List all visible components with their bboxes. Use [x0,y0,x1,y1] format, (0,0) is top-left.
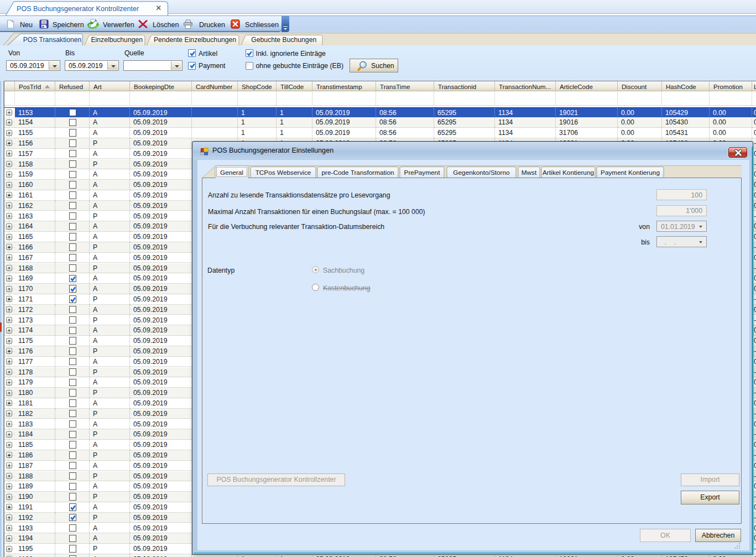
svg-text:pre-Code Transformation: pre-Code Transformation [321,169,394,176]
svg-text:POS Transaktionen: POS Transaktionen [23,35,82,43]
svg-text:TCPos Webservice: TCPos Webservice [256,169,311,176]
svg-text:PrePayment: PrePayment [404,169,441,176]
svg-text:Payment Kontierung: Payment Kontierung [601,169,660,176]
svg-text:General: General [220,169,243,176]
svg-text:Einzelbuchungen: Einzelbuchungen [91,36,143,44]
svg-text:Artikel Kontierung: Artikel Kontierung [543,169,594,176]
svg-text:Mwst: Mwst [522,169,537,176]
svg-text:Gegenkonto/Storno: Gegenkonto/Storno [453,169,510,176]
svg-text:Pendente Einzelbuchungen: Pendente Einzelbuchungen [154,36,236,44]
svg-text:Gebuchte Buchungen: Gebuchte Buchungen [251,36,316,44]
